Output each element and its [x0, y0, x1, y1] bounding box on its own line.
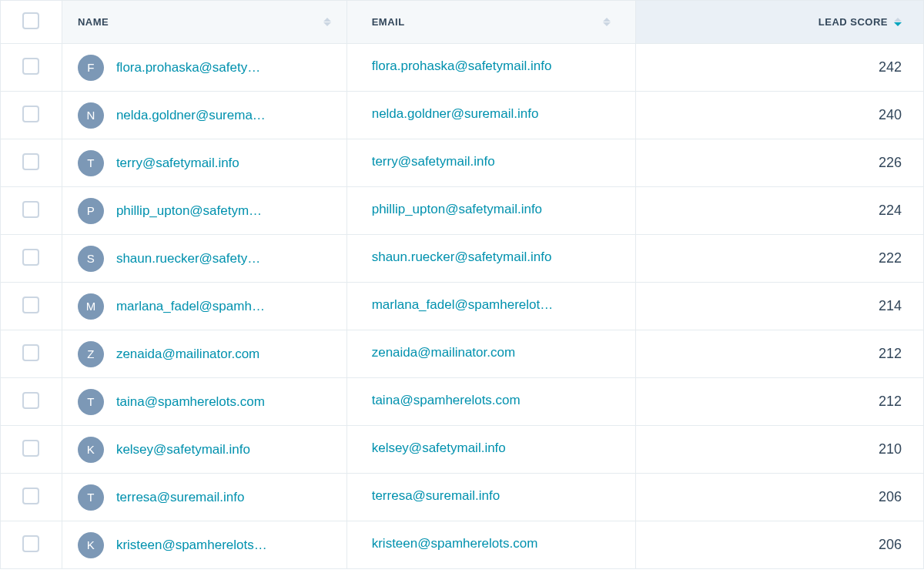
header-name[interactable]: NAME [62, 1, 346, 44]
table-row: Ttaina@spamherelots.comtaina@spamherelot… [1, 378, 924, 426]
avatar: N [78, 102, 104, 129]
lead-score-value: 222 [879, 250, 902, 266]
header-lead-score[interactable]: LEAD SCORE [635, 1, 923, 44]
contact-name-link[interactable]: taina@spamherelots.com [116, 394, 265, 410]
avatar: T [78, 150, 104, 176]
contact-name-link[interactable]: phillip_upton@safetym… [116, 203, 262, 219]
row-checkbox[interactable] [22, 297, 39, 313]
table-row: Tterry@safetymail.infoterry@safetymail.i… [1, 139, 924, 187]
row-select-cell [1, 139, 62, 187]
row-email-cell: phillip_upton@safetymail.info [346, 187, 635, 235]
avatar: S [78, 246, 104, 272]
row-checkbox[interactable] [22, 153, 39, 170]
contact-email-link[interactable]: phillip_upton@safetymail.info [372, 202, 542, 217]
avatar: M [78, 293, 104, 320]
avatar: T [78, 389, 104, 415]
contact-email-link[interactable]: zenaida@mailinator.com [372, 345, 515, 360]
contact-name-link[interactable]: flora.prohaska@safety… [116, 60, 260, 75]
row-name-cell: Ttaina@spamherelots.com [62, 378, 346, 426]
table-row: Tterresa@suremail.infoterresa@suremail.i… [1, 474, 924, 521]
row-select-cell [1, 521, 62, 569]
row-name-cell: Nnelda.goldner@surema… [62, 92, 346, 139]
contact-name-link[interactable]: nelda.goldner@surema… [116, 108, 266, 123]
row-lead-score-cell: 226 [635, 139, 923, 187]
contact-name-link[interactable]: kristeen@spamherelots… [116, 538, 267, 553]
row-name-cell: Kkelsey@safetymail.info [62, 426, 346, 474]
lead-score-value: 212 [879, 346, 902, 361]
avatar: T [78, 484, 104, 511]
lead-score-value: 214 [879, 298, 902, 313]
contact-email-link[interactable]: shaun.ruecker@safetymail.info [372, 250, 552, 265]
row-checkbox[interactable] [22, 106, 39, 122]
lead-score-value: 206 [879, 489, 902, 504]
row-checkbox[interactable] [22, 249, 39, 266]
lead-score-value: 226 [879, 155, 902, 170]
row-lead-score-cell: 224 [635, 187, 923, 235]
row-checkbox[interactable] [22, 535, 39, 552]
table-row: Kkelsey@safetymail.infokelsey@safetymail… [1, 426, 924, 474]
row-email-cell: terry@safetymail.info [346, 139, 635, 187]
row-name-cell: Sshaun.ruecker@safety… [62, 235, 346, 283]
contact-email-link[interactable]: terry@safetymail.info [372, 154, 495, 169]
contact-email-link[interactable]: nelda.goldner@suremail.info [372, 106, 539, 122]
table-row: Pphillip_upton@safetym…phillip_upton@saf… [1, 187, 924, 235]
row-select-cell [1, 235, 62, 283]
row-lead-score-cell: 240 [635, 92, 923, 139]
row-name-cell: Kkristeen@spamherelots… [62, 521, 346, 569]
lead-score-value: 210 [879, 441, 902, 457]
row-checkbox[interactable] [22, 201, 39, 218]
avatar: P [78, 198, 104, 224]
lead-score-value: 242 [879, 59, 902, 75]
lead-score-value: 240 [879, 107, 902, 122]
table-row: Fflora.prohaska@safety…flora.prohaska@sa… [1, 44, 924, 92]
row-checkbox[interactable] [22, 344, 39, 361]
header-email[interactable]: EMAIL [346, 1, 635, 44]
contact-name-link[interactable]: terry@safetymail.info [116, 156, 239, 171]
row-select-cell [1, 44, 62, 92]
row-name-cell: Fflora.prohaska@safety… [62, 44, 346, 92]
contact-email-link[interactable]: taina@spamherelots.com [372, 393, 521, 408]
row-lead-score-cell: 206 [635, 521, 923, 569]
avatar: K [78, 532, 104, 558]
row-lead-score-cell: 212 [635, 330, 923, 378]
contact-email-link[interactable]: kelsey@safetymail.info [372, 441, 506, 456]
contact-name-link[interactable]: marlana_fadel@spamh… [116, 299, 265, 314]
row-checkbox[interactable] [22, 392, 39, 409]
row-checkbox[interactable] [22, 440, 39, 457]
header-select-all [1, 1, 62, 44]
row-checkbox[interactable] [22, 58, 39, 75]
row-lead-score-cell: 210 [635, 426, 923, 474]
row-select-cell [1, 92, 62, 139]
header-lead-score-label: LEAD SCORE [819, 16, 888, 28]
contact-name-link[interactable]: terresa@suremail.info [116, 490, 245, 505]
table-row: Sshaun.ruecker@safety…shaun.ruecker@safe… [1, 235, 924, 283]
table-row: Zzenaida@mailinator.comzenaida@mailinato… [1, 330, 924, 378]
sort-active-desc-icon [894, 18, 902, 26]
row-email-cell: flora.prohaska@safetymail.info [346, 44, 635, 92]
row-select-cell [1, 330, 62, 378]
row-select-cell [1, 187, 62, 235]
contact-email-link[interactable]: marlana_fadel@spamherelot… [372, 297, 554, 313]
row-name-cell: Tterry@safetymail.info [62, 139, 346, 187]
avatar: Z [78, 341, 104, 367]
contact-name-link[interactable]: shaun.ruecker@safety… [116, 251, 260, 266]
table-row: Mmarlana_fadel@spamh…marlana_fadel@spamh… [1, 283, 924, 330]
select-all-checkbox[interactable] [22, 12, 39, 29]
contact-email-link[interactable]: terresa@suremail.info [372, 488, 500, 504]
sort-icon [603, 18, 611, 26]
contact-email-link[interactable]: flora.prohaska@safetymail.info [372, 59, 552, 74]
row-lead-score-cell: 222 [635, 235, 923, 283]
row-email-cell: marlana_fadel@spamherelot… [346, 283, 635, 330]
contact-name-link[interactable]: zenaida@mailinator.com [116, 347, 259, 362]
lead-score-value: 224 [879, 203, 902, 218]
row-select-cell [1, 378, 62, 426]
lead-score-value: 212 [879, 394, 902, 409]
contact-email-link[interactable]: kristeen@spamherelots.com [372, 536, 538, 551]
table-row: Kkristeen@spamherelots…kristeen@spamhere… [1, 521, 924, 569]
row-email-cell: nelda.goldner@suremail.info [346, 92, 635, 139]
row-email-cell: terresa@suremail.info [346, 474, 635, 521]
header-name-label: NAME [78, 16, 109, 28]
row-checkbox[interactable] [22, 488, 39, 504]
contact-name-link[interactable]: kelsey@safetymail.info [116, 442, 250, 457]
row-name-cell: Pphillip_upton@safetym… [62, 187, 346, 235]
